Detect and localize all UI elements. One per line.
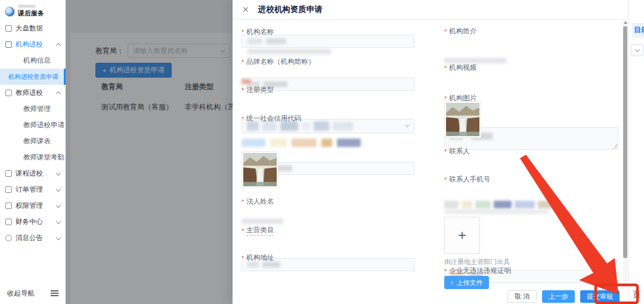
required-asterisk: *: [444, 65, 447, 72]
upload-file-button[interactable]: ↑ 上传文件: [444, 276, 489, 289]
redacted-content: [247, 38, 262, 44]
sidebar-item-teacher-manage[interactable]: 教师管理: [0, 101, 66, 117]
redacted-content: [262, 262, 280, 268]
field-label-org-video: 机构视频: [449, 63, 476, 72]
sidebar-item-org-info[interactable]: 机构信息: [0, 53, 66, 69]
toc-collapse-button[interactable]: [631, 44, 643, 56]
finance-icon: [5, 219, 12, 225]
redacted-content: [247, 262, 259, 268]
teacher-icon: [5, 90, 12, 96]
license-photo-thumbnail[interactable]: [242, 151, 278, 188]
field-label-credit-code: 统一社会信用代码: [246, 114, 301, 123]
menu-lines-icon: [51, 290, 58, 291]
page-edge-strip: 目录 页: [628, 0, 644, 304]
toc-tag[interactable]: 目录: [632, 23, 644, 38]
app-logo: 课后服务: [0, 0, 66, 20]
redacted-content: [247, 49, 331, 54]
field-label-no-violation: 企业无违法违规证明: [449, 266, 511, 275]
redacted-content: [538, 201, 555, 208]
required-asterisk: *: [444, 28, 447, 35]
redacted-content: [444, 201, 459, 208]
field-label-main-category: 主营类目: [246, 226, 274, 236]
permission-icon: [5, 202, 12, 209]
message-icon: [5, 235, 12, 241]
chevron-up-icon: [56, 91, 61, 96]
chevron-down-icon: [56, 219, 61, 223]
org-photo-thumbnail[interactable]: [444, 101, 481, 138]
sidebar-item-org-qualification-apply[interactable]: 机构进校资质申请: [0, 69, 66, 85]
required-asterisk: *: [444, 268, 447, 275]
required-asterisk: *: [444, 176, 447, 183]
building-icon: [5, 41, 12, 48]
redacted-content: [266, 38, 286, 44]
redacted-content: [18, 5, 36, 8]
field-label-org-intro: 机构简介: [449, 27, 476, 36]
sidebar-item-dashboard[interactable]: 大盘数据: [0, 20, 66, 36]
chevron-down-icon: [56, 170, 61, 175]
redacted-content: [302, 122, 310, 130]
required-asterisk: *: [242, 198, 244, 205]
sidebar-item-teacher-entry[interactable]: 教师进校: [0, 85, 66, 101]
cancel-button[interactable]: 取 消: [507, 290, 537, 303]
required-asterisk: *: [242, 254, 244, 262]
mountain-photo-icon: [446, 103, 479, 136]
page-partial-text: 页: [633, 290, 641, 300]
required-asterisk: *: [242, 59, 244, 66]
sidebar-item-message-notice[interactable]: 消息公告: [0, 230, 66, 246]
qualification-apply-drawer: ✕ 进校机构资质申请 * 机构名称 * 品牌名称（机构简称） * 注册类型: [233, 0, 628, 304]
upload-hint-text: 由注册地主管部门出具: [444, 257, 510, 266]
redacted-content: [242, 79, 251, 84]
field-label-brand-name: 品牌名称（机构简称）: [246, 57, 315, 66]
scroll-up-arrow-icon[interactable]: [624, 21, 627, 24]
resize-grip-icon[interactable]: [612, 144, 617, 149]
chevron-down-icon: [56, 235, 61, 239]
chevron-down-icon: [56, 202, 61, 207]
field-label-org-address: 机构地址: [246, 253, 274, 262]
redacted-content: [292, 139, 317, 147]
sidebar: 课后服务 大盘数据 机构进校 机构信息 机构进校资质申请 教师进校 教师管理 教…: [0, 0, 66, 304]
sidebar-item-teacher-timetable[interactable]: 教师课表: [0, 133, 66, 149]
sidebar-item-org-entry[interactable]: 机构进校: [0, 36, 66, 53]
order-icon: [5, 186, 12, 193]
brand-logo-icon: [5, 7, 15, 17]
drawer-title: 进校机构资质申请: [258, 4, 323, 15]
submit-review-button[interactable]: 提交审核: [580, 290, 620, 303]
field-label-contact: 联系人: [449, 147, 470, 156]
redacted-content: [242, 139, 265, 147]
course-icon: [5, 170, 12, 177]
brand-name: 课后服务: [18, 9, 44, 18]
sidebar-item-permission-manage[interactable]: 权限管理: [0, 198, 66, 214]
redacted-content: [321, 139, 332, 147]
redacted-content: [462, 201, 472, 208]
dashboard-icon: [5, 25, 12, 32]
sidebar-item-teacher-attendance[interactable]: 教师课堂考勤: [0, 149, 66, 165]
sidebar-item-course-entry[interactable]: 课程进校: [0, 165, 66, 182]
sidebar-item-order-manage[interactable]: 订单管理: [0, 182, 66, 198]
chevron-down-icon: [634, 47, 639, 52]
upload-icon: ↑: [450, 279, 454, 286]
redacted-content: [494, 201, 512, 208]
required-asterisk: *: [242, 115, 244, 122]
redacted-content: [270, 139, 287, 147]
sidebar-item-finance-center[interactable]: 财务中心: [0, 214, 66, 230]
chevron-up-icon: [56, 43, 61, 48]
collapse-nav-button[interactable]: 收起导航: [0, 286, 66, 300]
chevron-down-icon: [56, 186, 61, 191]
mountain-photo-icon: [243, 153, 277, 186]
sidebar-item-teacher-apply[interactable]: 教师进校申请: [0, 117, 66, 133]
redacted-content: [314, 121, 329, 131]
redacted-content: [444, 210, 549, 214]
redacted-content: [333, 122, 353, 130]
redacted-content: [444, 58, 507, 63]
field-label-contact-phone: 联系人手机号: [449, 175, 490, 184]
drawer-body: * 机构名称 * 品牌名称（机构简称） * 注册类型: [233, 20, 628, 289]
close-icon[interactable]: ✕: [242, 5, 249, 14]
redacted-content: [242, 219, 283, 224]
required-asterisk: *: [242, 87, 244, 94]
drawer-scrollbar-thumb[interactable]: [623, 26, 627, 258]
org-name-input[interactable]: [242, 35, 414, 48]
drawer-header: ✕ 进校机构资质申请: [233, 0, 628, 20]
upload-plus-box[interactable]: +: [444, 217, 480, 254]
redacted-content: [515, 201, 535, 208]
prev-step-button[interactable]: 上一步: [542, 290, 575, 303]
